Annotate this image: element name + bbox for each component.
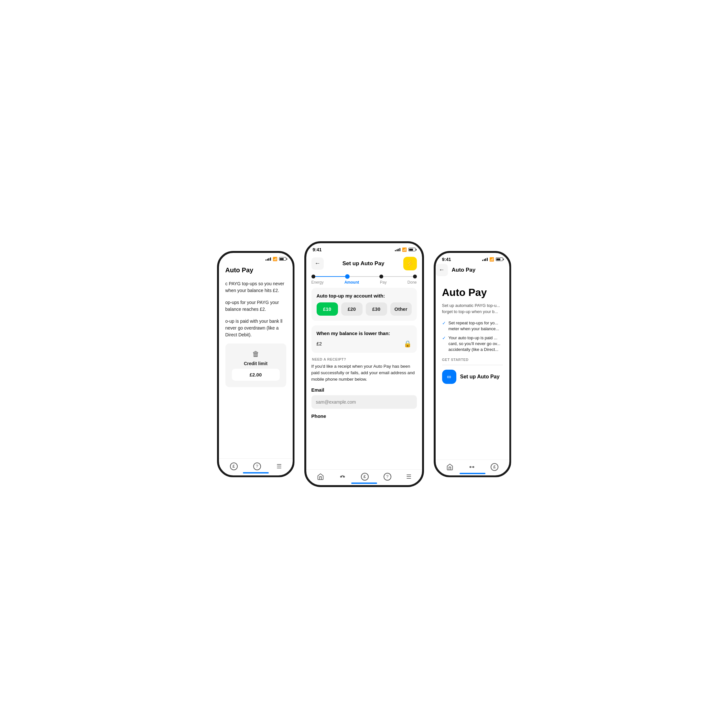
right-phone: 9:41 📶 ← Auto Pay	[434, 251, 511, 477]
nav-center-menu-icon[interactable]: ☰	[406, 473, 411, 480]
center-status-icons: 📶	[395, 248, 416, 252]
center-phone: 9:41 📶 ← Set up Auto Pay	[304, 241, 424, 487]
get-started-label: GET STARTED	[442, 358, 503, 362]
email-input[interactable]	[312, 395, 417, 409]
amount-30-button[interactable]: £30	[366, 302, 387, 316]
scene: 📶 Auto Pay c PAYG top-ups so you never w…	[186, 241, 542, 487]
step-label-pay: Pay	[380, 280, 387, 284]
step-line-2	[350, 276, 379, 277]
left-title: Auto Pay	[225, 266, 286, 274]
center-battery-icon	[408, 248, 416, 251]
left-body-text-3: o-up is paid with your bank ll never go …	[225, 318, 286, 338]
receipt-section: NEED A RECEIPT? If you'd like a receipt …	[312, 357, 417, 419]
balance-card: When my balance is lower than: £2 🔒	[312, 325, 417, 353]
left-status-bar: 📶	[219, 253, 293, 263]
right-status-time: 9:41	[442, 257, 451, 262]
setup-autopay-button[interactable]: ∞ Set up Auto Pay	[442, 370, 503, 384]
wifi-icon: 📶	[273, 257, 277, 261]
right-back-button[interactable]: ←	[436, 264, 448, 276]
infinity-icon-bg: ∞	[442, 370, 456, 384]
left-content: Auto Pay c PAYG top-ups so you never whe…	[219, 263, 293, 458]
credit-limit-label: Credit limit	[244, 361, 268, 366]
amount-other-button[interactable]: Other	[390, 302, 412, 316]
signal-icon	[266, 257, 271, 261]
receipt-heading: NEED A RECEIPT?	[312, 357, 417, 361]
checkmark-icon-1: ✓	[442, 321, 446, 326]
credit-card: 🗑 Credit limit £2.00	[225, 343, 286, 387]
step-label-done: Done	[407, 280, 417, 284]
battery-icon	[279, 257, 286, 261]
center-header: ← Set up Auto Pay ⚡	[306, 254, 422, 274]
check-item-2: ✓ Your auto top-up is paid ... card, so …	[442, 335, 503, 353]
left-body-text-2: op-ups for your PAYG your balance reache…	[225, 299, 286, 313]
nav-center-question-icon[interactable]: ?	[384, 473, 392, 480]
receipt-body: If you'd like a receipt when your Auto P…	[312, 363, 417, 383]
right-signal-icon	[482, 258, 488, 261]
amount-10-button[interactable]: £10	[317, 302, 338, 316]
nav-question-icon[interactable]: ?	[253, 462, 261, 470]
lightning-button[interactable]: ⚡	[403, 257, 417, 271]
balance-row: £2 🔒	[317, 340, 412, 348]
right-content: Auto Pay Set up automatic PAYG top-u... …	[436, 283, 509, 460]
nav-center-pound-icon[interactable]: £	[361, 473, 369, 480]
right-status-bar: 9:41 📶	[436, 253, 509, 264]
right-status-icons: 📶	[482, 257, 503, 262]
check-text-2: Your auto top-up is paid ... card, so yo…	[448, 335, 503, 353]
amount-20-button[interactable]: £20	[341, 302, 362, 316]
left-body-text-1: c PAYG top-ups so you never when your ba…	[225, 280, 286, 294]
left-bottom-nav: £ ? ☰	[219, 458, 293, 476]
lock-icon: 🔒	[404, 340, 412, 348]
right-nav-meter-icon[interactable]	[468, 463, 476, 471]
setup-btn-label: Set up Auto Pay	[460, 374, 500, 380]
right-nav-pound-icon[interactable]: £	[491, 463, 499, 471]
check-text-1: Set repeat top-ups for yo... meter when …	[448, 320, 503, 332]
autopay-heading: Auto Pay	[442, 286, 503, 298]
nav-pound-icon[interactable]: £	[230, 462, 238, 470]
center-content: Auto top-up my account with: £10 £20 £30…	[306, 288, 422, 469]
email-label: Email	[312, 387, 417, 393]
left-status-icons: 📶	[266, 257, 286, 261]
step-dot-pay	[379, 275, 383, 278]
infinity-icon: ∞	[447, 373, 451, 380]
nav-meter-icon[interactable]	[339, 473, 346, 480]
progress-steps: Energy Amount Pay Done	[306, 274, 422, 284]
phone-label: Phone	[312, 413, 417, 419]
left-phone: 📶 Auto Pay c PAYG top-ups so you never w…	[217, 251, 295, 477]
step-line-3	[383, 276, 413, 277]
step-line-1	[315, 276, 345, 277]
balance-value: £2	[317, 341, 322, 346]
step-dot-done	[413, 275, 417, 278]
right-header: ← Auto Pay	[436, 264, 509, 278]
center-signal-icon	[395, 248, 401, 251]
checkmark-icon-2: ✓	[442, 335, 446, 341]
right-nav-home-icon[interactable]	[446, 463, 453, 471]
autopay-subtitle: Set up automatic PAYG top-u... forget to…	[442, 302, 503, 315]
center-wifi-icon: 📶	[402, 248, 407, 252]
center-status-time: 9:41	[313, 247, 322, 252]
right-header-title: Auto Pay	[452, 267, 476, 273]
center-status-bar: 9:41 📶	[306, 243, 422, 254]
step-dot-energy	[312, 275, 315, 278]
right-battery-icon	[496, 257, 503, 261]
nav-home-icon[interactable]	[317, 473, 324, 480]
step-dot-amount	[345, 274, 350, 279]
nav-menu-icon[interactable]: ☰	[277, 463, 282, 470]
check-item-1: ✓ Set repeat top-ups for yo... meter whe…	[442, 320, 503, 332]
divider	[442, 365, 503, 365]
step-label-energy: Energy	[312, 280, 324, 284]
right-wifi-icon: 📶	[489, 257, 494, 262]
topup-card: Auto top-up my account with: £10 £20 £30…	[312, 288, 417, 321]
balance-card-title: When my balance is lower than:	[317, 330, 412, 336]
step-label-amount: Amount	[344, 280, 359, 284]
credit-limit-value: £2.00	[232, 369, 280, 381]
right-bottom-nav: £	[436, 460, 509, 476]
trash-icon: 🗑	[252, 350, 259, 358]
amount-options: £10 £20 £30 Other	[317, 302, 412, 316]
topup-card-title: Auto top-up my account with:	[317, 293, 412, 298]
center-header-title: Set up Auto Pay	[343, 260, 385, 267]
center-bottom-nav: £ ? ☰	[306, 469, 422, 485]
back-button[interactable]: ←	[312, 257, 324, 270]
